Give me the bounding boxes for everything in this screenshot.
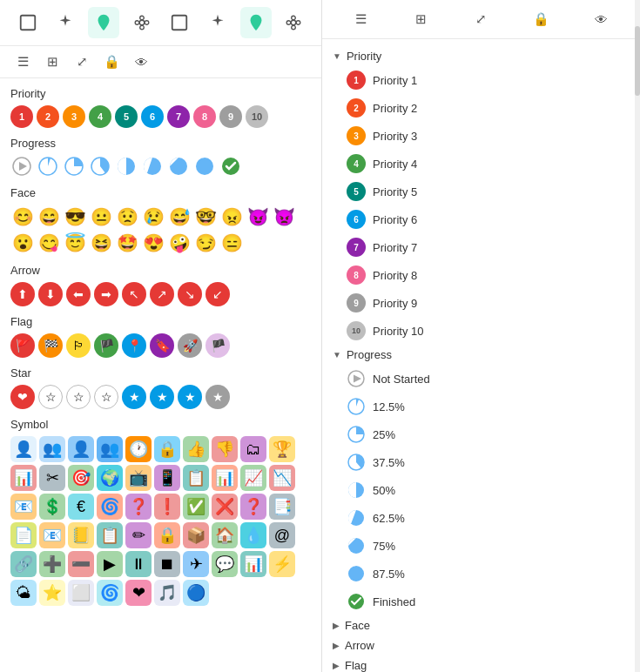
sym-euro[interactable]: € <box>68 494 94 520</box>
emoji-item[interactable]: 😐 <box>89 205 113 229</box>
emoji-item[interactable]: 😅 <box>167 205 192 229</box>
sym-cross[interactable]: ❌ <box>212 494 238 520</box>
progress-list-37[interactable]: 37.5% <box>322 448 640 476</box>
flag-6[interactable]: 🔖 <box>150 333 174 358</box>
sym-dollar[interactable]: 💲 <box>39 494 65 520</box>
sym-swirl[interactable]: 🌀 <box>97 494 123 520</box>
sym-email2[interactable]: 📧 <box>39 522 65 548</box>
emoji-item[interactable]: 😎 <box>63 205 87 229</box>
emoji-item[interactable]: 😏 <box>193 231 218 255</box>
flag-5[interactable]: 📍 <box>122 333 146 358</box>
sym-people[interactable]: 👥 <box>39 436 65 462</box>
priority-10[interactable]: 10 <box>246 105 268 128</box>
sym-lock2[interactable]: 🔒 <box>154 522 180 548</box>
priority-1[interactable]: 1 <box>10 105 33 128</box>
sym-clock[interactable]: 🕐 <box>125 436 152 462</box>
emoji-item[interactable]: 😠 <box>219 205 244 229</box>
sym-pause[interactable]: ⏸ <box>125 551 152 577</box>
progress-list-25[interactable]: 25% <box>322 420 640 448</box>
priority-list-9[interactable]: 9 Priority 9 <box>322 289 640 317</box>
flag-2[interactable]: 🏁 <box>38 333 63 358</box>
sym-chart[interactable]: 📊 <box>10 465 37 491</box>
star-heart[interactable]: ❤ <box>10 385 35 409</box>
eye-btn[interactable]: 👁 <box>129 50 153 74</box>
sym-thumbup[interactable]: 👍 <box>183 436 209 462</box>
emoji-item[interactable]: 😈 <box>246 205 270 229</box>
priority-2[interactable]: 2 <box>37 105 59 128</box>
right-priority-header[interactable]: ▼ Priority <box>322 46 640 66</box>
sym-lock[interactable]: 🔒 <box>154 436 180 462</box>
sym-people2[interactable]: 👥 <box>97 436 123 462</box>
sym-box[interactable]: 📦 <box>183 522 209 548</box>
list-view-btn[interactable]: ☰ <box>10 50 35 74</box>
sym-phone[interactable]: 📱 <box>154 465 180 491</box>
progress-list-75[interactable]: 75% <box>322 532 640 560</box>
grid-view-btn[interactable]: ⊞ <box>40 50 64 74</box>
right-list-btn[interactable]: ☰ <box>349 7 374 31</box>
sym-play[interactable]: ▶ <box>97 551 123 577</box>
sym-dot[interactable]: 🔵 <box>183 580 209 606</box>
progress-50[interactable] <box>115 155 138 178</box>
right-eye-btn[interactable]: 👁 <box>589 7 614 31</box>
emoji-item[interactable]: 🤓 <box>193 205 218 229</box>
sym-thumbdown[interactable]: 👎 <box>212 436 238 462</box>
sym-layers[interactable]: 📑 <box>269 494 295 520</box>
right-arrow-header[interactable]: ▶ Arrow <box>322 635 640 655</box>
sym-chat[interactable]: 💬 <box>212 551 238 577</box>
emoji-item[interactable]: 😟 <box>115 205 139 229</box>
flag-8[interactable]: 🏴 <box>205 333 230 358</box>
emoji-item[interactable]: 😋 <box>37 231 61 255</box>
right-lock-btn[interactable]: 🔒 <box>529 7 554 31</box>
arrow-upright[interactable]: ↗ <box>150 282 174 306</box>
emoji-item[interactable]: 😆 <box>89 231 113 255</box>
priority-list-7[interactable]: 7 Priority 7 <box>322 233 640 261</box>
sym-trending[interactable]: 📈 <box>240 465 266 491</box>
flag-1[interactable]: 🚩 <box>10 333 35 358</box>
sym-doc[interactable]: 📄 <box>10 522 37 548</box>
sym-notes[interactable]: 📋 <box>97 522 123 548</box>
priority-list-3[interactable]: 3 Priority 3 <box>322 122 640 150</box>
emoji-item[interactable]: 😮 <box>10 231 35 255</box>
sym-book[interactable]: 📒 <box>68 522 94 548</box>
progress-list-87[interactable]: 87.5% <box>322 560 640 588</box>
progress-75[interactable] <box>167 155 190 178</box>
sym-barchart[interactable]: 📊 <box>212 465 238 491</box>
progress-list-50[interactable]: 50% <box>322 476 640 504</box>
star-empty[interactable]: ☆ <box>38 385 63 409</box>
flag-7[interactable]: 🚀 <box>178 333 202 358</box>
sym-stop[interactable]: ⏹ <box>154 551 180 577</box>
priority-list-8[interactable]: 8 Priority 8 <box>322 261 640 289</box>
priority-7[interactable]: 7 <box>167 105 190 128</box>
sym-square[interactable]: ⬜ <box>68 580 94 606</box>
right-face-header[interactable]: ▶ Face <box>322 615 640 635</box>
progress-25[interactable] <box>63 155 85 178</box>
sym-trophy[interactable]: 🏆 <box>269 436 295 462</box>
arrow-up[interactable]: ⬆ <box>10 282 35 306</box>
scrollbar-thumb[interactable] <box>635 26 640 96</box>
priority-list-5[interactable]: 5 Priority 5 <box>322 178 640 205</box>
sym-clipboard[interactable]: 📋 <box>183 465 209 491</box>
progress-37[interactable] <box>89 155 111 178</box>
star-empty2[interactable]: ☆ <box>66 385 91 409</box>
right-flag-header[interactable]: ▶ Flag <box>322 655 640 672</box>
sym-plus[interactable]: ➕ <box>39 551 65 577</box>
right-grid-btn[interactable]: ⊞ <box>409 7 434 31</box>
sym-trenddown[interactable]: 📉 <box>269 465 295 491</box>
right-expand-btn[interactable]: ⤢ <box>469 7 494 31</box>
progress-list-12[interactable]: 12.5% <box>322 393 640 420</box>
sym-star[interactable]: ⭐ <box>39 580 65 606</box>
priority-list-6[interactable]: 6 Priority 6 <box>322 205 640 233</box>
emoji-item[interactable]: 🤪 <box>167 231 192 255</box>
arrow-upleft[interactable]: ↖ <box>122 282 146 306</box>
progress-12[interactable] <box>37 155 59 178</box>
emoji-item[interactable]: 😄 <box>37 205 61 229</box>
emoji-item[interactable]: 😑 <box>219 231 244 255</box>
sym-pencil[interactable]: ✏ <box>125 522 152 548</box>
priority-4[interactable]: 4 <box>89 105 111 128</box>
flower-icon[interactable] <box>126 7 158 38</box>
sym-scissors[interactable]: ✂ <box>39 465 65 491</box>
progress-62[interactable] <box>141 155 164 178</box>
sym-check[interactable]: ✅ <box>183 494 209 520</box>
flower2-icon[interactable] <box>278 7 309 38</box>
progress-87[interactable] <box>193 155 216 178</box>
